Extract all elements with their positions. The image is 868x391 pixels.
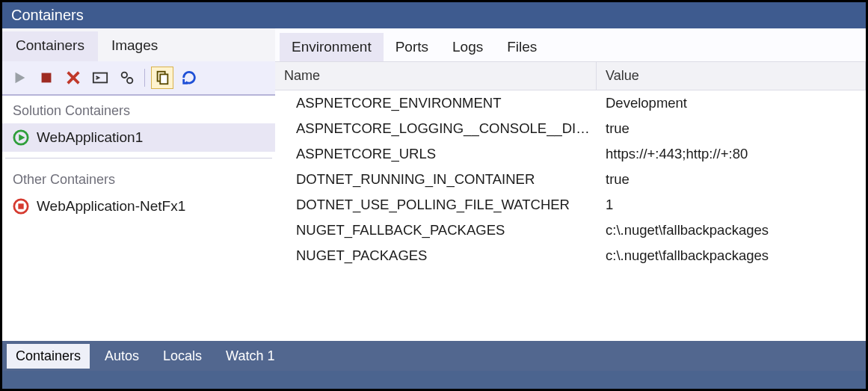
bottom-tabstrip: Containers Autos Locals Watch 1	[2, 341, 866, 371]
svg-point-5	[122, 73, 127, 78]
env-value: true	[597, 171, 866, 188]
env-grid-header: Name Value	[275, 61, 866, 90]
env-name: NUGET_PACKAGES	[275, 247, 597, 264]
container-item-label: WebApplication-NetFx1	[37, 198, 185, 215]
tool-tab-locals[interactable]: Locals	[154, 344, 211, 369]
stop-icon[interactable]	[35, 67, 58, 89]
container-list-panel: Containers Images	[2, 28, 275, 341]
container-item-webapplication1[interactable]: WebApplication1	[2, 123, 275, 152]
container-item-webapplication-netfx1[interactable]: WebApplication-NetFx1	[2, 192, 275, 221]
env-value: c:\.nuget\fallbackpackages	[597, 247, 866, 264]
svg-rect-8	[160, 74, 167, 84]
env-row[interactable]: DOTNET_USE_POLLING_FILE_WATCHER1	[275, 192, 866, 218]
svg-rect-12	[18, 203, 23, 209]
container-item-label: WebApplication1	[37, 129, 143, 146]
svg-marker-0	[16, 73, 25, 84]
svg-rect-1	[42, 73, 52, 83]
left-tabstrip: Containers Images	[2, 28, 275, 61]
env-row[interactable]: ASPNETCORE_URLShttps://+:443;http://+:80	[275, 141, 866, 167]
window-title: Containers	[11, 7, 84, 23]
svg-marker-10	[19, 134, 25, 141]
section-divider	[5, 158, 272, 158]
section-other-label: Other Containers	[2, 164, 275, 192]
tool-tab-containers[interactable]: Containers	[7, 344, 90, 369]
status-stopped-icon	[13, 198, 29, 215]
env-value: Development	[597, 95, 866, 111]
window-titlebar: Containers	[2, 2, 866, 28]
column-header-value[interactable]: Value	[597, 62, 866, 90]
env-row[interactable]: ASPNETCORE_LOGGING__CONSOLE__DISA...true	[275, 116, 866, 141]
env-value: 1	[597, 197, 866, 213]
env-value: c:\.nuget\fallbackpackages	[597, 222, 866, 238]
container-toolbar	[2, 61, 275, 96]
copy-icon[interactable]	[151, 67, 173, 89]
env-name: ASPNETCORE_URLS	[275, 146, 597, 162]
env-name: NUGET_FALLBACK_PACKAGES	[275, 222, 597, 238]
svg-point-6	[127, 78, 132, 83]
env-name: ASPNETCORE_LOGGING__CONSOLE__DISA...	[275, 120, 597, 137]
env-name: DOTNET_USE_POLLING_FILE_WATCHER	[275, 197, 597, 213]
env-row[interactable]: NUGET_FALLBACK_PACKAGESc:\.nuget\fallbac…	[275, 218, 866, 243]
refresh-icon[interactable]	[178, 67, 200, 89]
play-icon[interactable]	[8, 67, 31, 89]
tab-files[interactable]: Files	[495, 33, 549, 61]
column-header-name[interactable]: Name	[275, 62, 597, 90]
toolbar-separator	[144, 69, 145, 87]
tab-containers[interactable]: Containers	[2, 31, 98, 61]
env-name: ASPNETCORE_ENVIRONMENT	[275, 95, 597, 111]
env-row[interactable]: NUGET_PACKAGESc:\.nuget\fallbackpackages	[275, 243, 866, 268]
env-value: https://+:443;http://+:80	[597, 146, 866, 162]
tab-ports[interactable]: Ports	[384, 33, 440, 61]
tool-tab-watch1[interactable]: Watch 1	[217, 344, 283, 369]
env-name: DOTNET_RUNNING_IN_CONTAINER	[275, 171, 597, 188]
terminal-icon[interactable]	[89, 67, 111, 89]
details-tabstrip: Environment Ports Logs Files	[275, 28, 866, 61]
status-running-icon	[13, 129, 29, 146]
tab-environment[interactable]: Environment	[280, 33, 384, 61]
tab-logs[interactable]: Logs	[440, 33, 495, 61]
details-panel: Environment Ports Logs Files Name Value …	[275, 28, 866, 341]
tool-tab-autos[interactable]: Autos	[96, 344, 148, 369]
settings-icon[interactable]	[116, 67, 138, 89]
env-row[interactable]: DOTNET_RUNNING_IN_CONTAINERtrue	[275, 167, 866, 192]
remove-icon[interactable]	[62, 67, 84, 89]
env-row[interactable]: ASPNETCORE_ENVIRONMENTDevelopment	[275, 90, 866, 116]
tab-images[interactable]: Images	[98, 31, 171, 61]
env-value: true	[597, 120, 866, 137]
env-grid-body: ASPNETCORE_ENVIRONMENTDevelopment ASPNET…	[275, 90, 866, 341]
section-solution-label: Solution Containers	[2, 96, 275, 123]
